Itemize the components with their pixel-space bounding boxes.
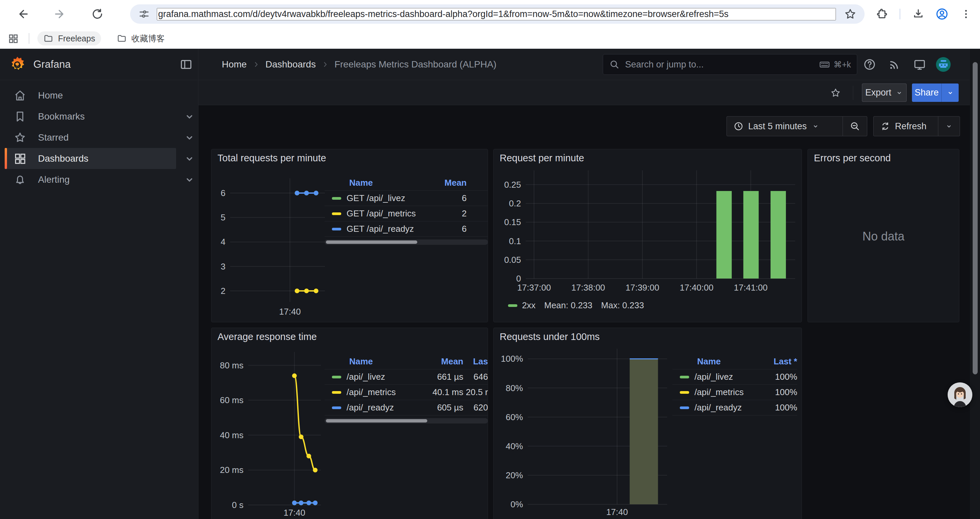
time-range-picker[interactable]: Last 5 minutes: [727, 117, 843, 136]
svg-text:0 s: 0 s: [232, 500, 243, 510]
chevron-down-icon[interactable]: [183, 131, 196, 144]
panel-title[interactable]: Total requests per minute: [218, 153, 326, 164]
panel-title[interactable]: Requests under 100ms: [500, 331, 600, 342]
breadcrumb-home[interactable]: Home: [222, 59, 247, 70]
export-button[interactable]: Export: [862, 83, 907, 102]
chevron-down-icon[interactable]: [183, 152, 196, 165]
browser-back-icon[interactable]: [15, 7, 30, 21]
top-nav: Home Dashboards Freeleaps Metrics Dashbo…: [199, 49, 980, 80]
home-icon: [13, 89, 27, 102]
search-box[interactable]: ⌘+k: [603, 54, 857, 75]
zoom-out-button[interactable]: [843, 117, 867, 136]
grafana-logo-icon[interactable]: [9, 56, 26, 73]
sidebar-header: Grafana: [0, 49, 199, 80]
bookmark-folder-freeleaps[interactable]: Freeleaps: [37, 31, 101, 45]
legend-row[interactable]: GET /api/_livez6: [325, 191, 488, 206]
legend-row[interactable]: GET /api/_metrics2: [325, 206, 488, 222]
legend-row[interactable]: /api/_livez100%: [673, 369, 797, 385]
downloads-icon[interactable]: [911, 7, 926, 21]
folder-icon: [43, 34, 53, 43]
panel-title[interactable]: Request per minute: [500, 153, 584, 164]
browser-forward-icon[interactable]: [53, 7, 67, 21]
page-scrollbar[interactable]: [970, 49, 980, 519]
legend-table[interactable]: NameMeanGET /api/_livez6GET /api/_metric…: [325, 175, 488, 245]
sidebar-item-bookmarks[interactable]: Bookmarks: [5, 106, 176, 127]
svg-text:100%: 100%: [501, 354, 523, 364]
panel-errors-per-second: Errors per second No data: [808, 149, 959, 322]
legend-header: Mean: [426, 356, 463, 367]
sidebar-item-home[interactable]: Home: [5, 85, 176, 106]
refresh-interval-dropdown[interactable]: [938, 117, 960, 136]
chevron-down-icon: [811, 122, 819, 130]
legend-header: Name: [325, 178, 428, 188]
search-input[interactable]: [624, 59, 814, 70]
sidebar-item-label: Starred: [38, 132, 69, 143]
series-dash: [332, 391, 341, 394]
user-avatar[interactable]: [936, 57, 951, 72]
browser-reload-icon[interactable]: [90, 7, 105, 21]
sidebar-item-starred[interactable]: Starred: [5, 127, 176, 148]
chevron-down-icon[interactable]: [183, 173, 196, 186]
url-bar[interactable]: [130, 4, 865, 24]
apps-grid-icon[interactable]: [6, 31, 21, 46]
refresh-button[interactable]: Refresh: [873, 117, 938, 136]
extensions-icon[interactable]: [875, 7, 889, 21]
legend-line[interactable]: 2xx Mean: 0.233 Max: 0.233: [508, 300, 644, 311]
legend-row[interactable]: /api/_livez661 µs646: [325, 369, 488, 385]
legend-row[interactable]: /api/_metrics40.1 ms20.5 r: [325, 385, 488, 400]
chevron-down-icon[interactable]: [183, 110, 196, 123]
sidebar-toggle-icon[interactable]: [180, 58, 193, 71]
legend-row[interactable]: /api/_metrics100%: [673, 385, 797, 400]
chevron-down-icon: [946, 89, 954, 97]
legend-row[interactable]: GET /api/_readyz6: [325, 222, 488, 237]
clock-icon: [733, 121, 743, 131]
legend-row[interactable]: /api/_readyz100%: [673, 400, 797, 415]
svg-text:80%: 80%: [506, 383, 523, 393]
svg-text:5: 5: [221, 212, 226, 222]
favorite-star-icon[interactable]: [830, 88, 841, 98]
series-dash: [680, 391, 689, 394]
bookmark-star-icon[interactable]: [844, 8, 857, 21]
bookmarks-divider: [29, 33, 29, 44]
news-rss-icon[interactable]: [888, 58, 901, 71]
legend-scrollbar[interactable]: [325, 418, 488, 423]
site-settings-icon[interactable]: [138, 8, 150, 20]
panel-title[interactable]: Average response time: [218, 331, 317, 342]
bookmark-folder-blogs[interactable]: 收藏博客: [111, 31, 171, 45]
series-dash: [332, 406, 341, 409]
share-button-group: Share: [912, 83, 959, 102]
dashboard-canvas: Last 5 minutes Refresh: [199, 105, 980, 519]
svg-text:0: 0: [516, 273, 521, 284]
svg-text:4: 4: [221, 237, 226, 247]
url-input[interactable]: [157, 8, 836, 21]
series-dash: [508, 304, 517, 307]
browser-menu-icon[interactable]: [959, 7, 973, 21]
share-dropdown-button[interactable]: [941, 83, 959, 102]
help-icon[interactable]: [863, 58, 876, 71]
scrollbar-thumb[interactable]: [973, 62, 978, 374]
browser-toolbar: [0, 0, 980, 28]
refresh-group: Refresh: [873, 116, 960, 136]
monitor-icon[interactable]: [913, 58, 926, 71]
legend-header: Name: [673, 356, 759, 367]
bookmark-label: Freeleaps: [58, 34, 95, 43]
legend-table[interactable]: NameMeanLas/api/_livez661 µs646/api/_met…: [325, 354, 488, 423]
panel-requests-under-100ms: Requests under 100ms 100%80%60%40%20%0%1…: [493, 327, 802, 519]
sidebar-item-alerting[interactable]: Alerting: [5, 169, 176, 190]
legend-scrollbar[interactable]: [325, 240, 488, 245]
search-icon: [609, 59, 620, 70]
legend-table[interactable]: NameLast */api/_livez100%/api/_metrics10…: [673, 354, 797, 415]
legend-row[interactable]: /api/_readyz605 µs620: [325, 400, 488, 415]
actions-divider: [853, 86, 853, 100]
panel-title[interactable]: Errors per second: [814, 153, 891, 164]
breadcrumb-dashboards[interactable]: Dashboards: [266, 59, 316, 70]
zoom-out-icon: [850, 121, 860, 132]
search-shortcut: ⌘+k: [819, 59, 851, 70]
sidebar-item-dashboards[interactable]: Dashboards: [5, 148, 176, 169]
profile-icon[interactable]: [935, 7, 949, 21]
assistant-avatar[interactable]: [948, 382, 972, 407]
grafana-brand: Grafana: [33, 58, 71, 70]
share-button[interactable]: Share: [912, 83, 941, 102]
panel-total-requests: Total requests per minute 6543217:40 Nam…: [211, 149, 488, 322]
legend-mean: Mean: 0.233: [544, 300, 592, 311]
